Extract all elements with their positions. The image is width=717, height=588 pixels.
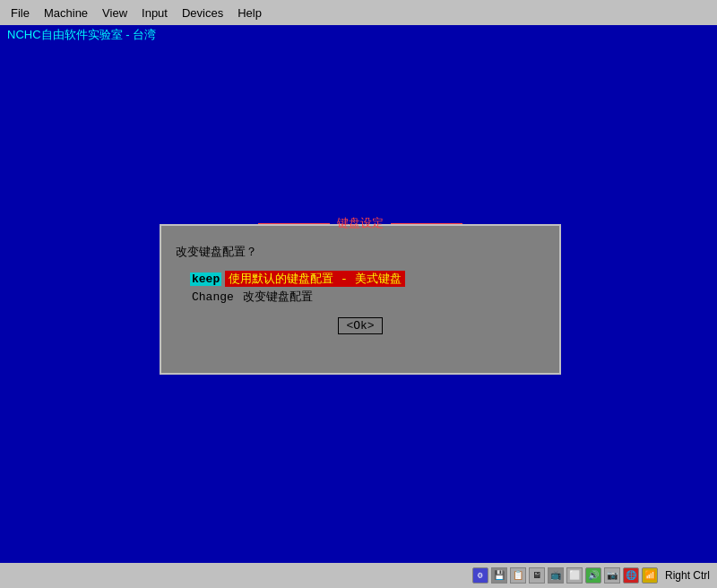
dialog-content: 改变键盘配置？ keep 使用默认的键盘配置 - 美式键盘 Change 改变键… <box>161 226 559 373</box>
menu-input[interactable]: Input <box>134 0 175 25</box>
option-change-desc: 改变键盘配置 <box>239 289 316 305</box>
option-change[interactable]: Change 改变键盘配置 <box>190 289 545 305</box>
titlebar-text: NCHC自由软件实验室 - 台湾 <box>7 27 156 43</box>
option-keep-key: keep <box>190 272 221 286</box>
option-keep[interactable]: keep 使用默认的键盘配置 - 美式键盘 <box>190 271 545 287</box>
status-icon-8[interactable]: 📷 <box>604 567 620 584</box>
menubar: File Machine View Input Devices Help <box>0 0 717 25</box>
dialog-titlebar: 键盘设定 <box>258 215 462 231</box>
dialog-question: 改变键盘配置？ <box>176 244 545 260</box>
menu-file[interactable]: File <box>4 0 37 25</box>
dialog-title: 键盘设定 <box>330 215 391 231</box>
title-line-right <box>391 223 462 224</box>
status-icon-10[interactable]: 📶 <box>642 567 658 584</box>
status-icon-5[interactable]: 📺 <box>548 567 564 584</box>
right-ctrl-label: Right Ctrl <box>665 569 710 582</box>
status-icon-1[interactable]: ⚙ <box>472 567 488 584</box>
status-icon-7[interactable]: 🔊 <box>585 567 601 584</box>
status-icon-9[interactable]: 🌐 <box>623 567 639 584</box>
menu-help[interactable]: Help <box>230 0 269 25</box>
dialog-ok-area: <Ok> <box>176 319 545 333</box>
status-icon-4[interactable]: 🖥 <box>529 567 545 584</box>
titlebar: NCHC自由软件实验室 - 台湾 <box>0 25 717 45</box>
main-area: 键盘设定 改变键盘配置？ keep 使用默认的键盘配置 - 美式键盘 Chang… <box>0 45 717 563</box>
ok-button[interactable]: <Ok> <box>338 317 382 334</box>
status-icon-2[interactable]: 💾 <box>491 567 507 584</box>
keyboard-dialog: 键盘设定 改变键盘配置？ keep 使用默认的键盘配置 - 美式键盘 Chang… <box>160 224 561 375</box>
statusbar: ⚙ 💾 📋 🖥 📺 ⬜ 🔊 📷 🌐 📶 Right Ctrl <box>0 563 717 588</box>
status-icon-3[interactable]: 📋 <box>510 567 526 584</box>
menu-devices[interactable]: Devices <box>175 0 230 25</box>
option-change-key: Change <box>190 290 236 304</box>
menu-machine[interactable]: Machine <box>37 0 95 25</box>
title-line-left <box>258 223 330 224</box>
option-keep-desc: 使用默认的键盘配置 - 美式键盘 <box>225 271 404 287</box>
dialog-options: keep 使用默认的键盘配置 - 美式键盘 Change 改变键盘配置 <box>190 271 545 305</box>
statusbar-icons: ⚙ 💾 📋 🖥 📺 ⬜ 🔊 📷 🌐 📶 <box>472 567 658 584</box>
status-icon-6[interactable]: ⬜ <box>566 567 583 584</box>
menu-view[interactable]: View <box>95 0 134 25</box>
